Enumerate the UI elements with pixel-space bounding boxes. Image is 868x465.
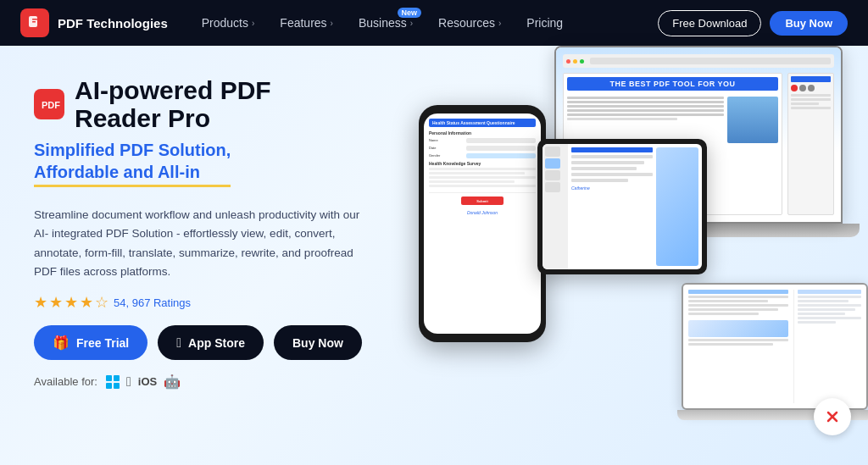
tablet-main: Catherine <box>568 144 702 269</box>
free-download-button[interactable]: Free Download <box>658 10 761 36</box>
phone-signature: Donald Johnson <box>429 210 536 215</box>
macos-icon:  <box>126 374 131 390</box>
brand-name: PDF Technologies <box>58 16 168 30</box>
star-1: ★ <box>34 293 47 312</box>
phone-pdf-header: Health Status Assessment Questionnaire <box>429 119 536 127</box>
buy-now-button[interactable]: Buy Now <box>770 11 848 36</box>
nav-business[interactable]: Business › New <box>348 11 423 35</box>
chevron-icon: › <box>498 19 501 28</box>
svg-text:PDF: PDF <box>42 100 60 110</box>
hero-subtitle: Simplified PDF Solution, Affordable and … <box>34 139 231 187</box>
apple-icon:  <box>176 335 181 351</box>
hero-ratings: ★ ★ ★ ★ ☆ 54, 967 Ratings <box>34 293 363 312</box>
star-3: ★ <box>64 293 78 312</box>
chevron-icon: › <box>252 19 254 28</box>
svg-rect-2 <box>32 21 36 23</box>
tablet-screen: Catherine <box>542 144 702 269</box>
pdf-header-text: THE BEST PDF TOOL FOR YOU <box>567 77 778 91</box>
phone-screen: Health Status Assessment Questionnaire P… <box>424 113 541 334</box>
ratings-count: 54, 967 Ratings <box>114 296 191 309</box>
nav-items: Products › Features › Business › New Res… <box>192 11 658 35</box>
nav-products[interactable]: Products › <box>192 11 265 35</box>
close-icon <box>821 406 843 428</box>
chevron-icon: › <box>331 19 333 28</box>
pdf-badge-icon: PDF <box>34 89 64 119</box>
tablet-frame: Catherine <box>537 139 707 274</box>
nav-pricing[interactable]: Pricing <box>516 11 573 35</box>
pdf-logo-icon <box>20 8 49 37</box>
new-badge: New <box>398 8 422 18</box>
second-doc-screen <box>682 283 868 410</box>
star-rating: ★ ★ ★ ★ ☆ <box>34 293 108 312</box>
star-2: ★ <box>49 293 63 312</box>
tablet-signature: Catherine <box>571 185 653 191</box>
nav-features[interactable]: Features › <box>270 11 343 35</box>
svg-rect-1 <box>32 19 37 20</box>
platform-icons:  iOS 🤖 <box>106 374 181 390</box>
hero-right: THE BEST PDF TOOL FOR YOU <box>390 46 868 465</box>
app-store-button[interactable]:  App Store <box>158 325 264 360</box>
hero-buttons: 🎁 Free Trial  App Store Buy Now <box>34 325 363 360</box>
star-half: ☆ <box>95 293 108 312</box>
free-trial-button[interactable]: 🎁 Free Trial <box>34 325 147 360</box>
hero-title: AI-powered PDF Reader Pro <box>75 76 363 132</box>
windows-icon <box>106 375 120 389</box>
device-tablet: Catherine <box>537 139 707 274</box>
screen-toolbar <box>563 54 834 68</box>
ios-icon: iOS <box>138 375 157 388</box>
close-button[interactable] <box>814 398 851 435</box>
device-phone: Health Status Assessment Questionnaire P… <box>419 105 546 342</box>
available-row: Available for:  iOS 🤖 <box>34 374 363 390</box>
android-icon: 🤖 <box>164 374 181 390</box>
hero-section: PDF AI-powered PDF Reader Pro Simplified… <box>0 46 868 465</box>
devices-container: THE BEST PDF TOOL FOR YOU <box>393 37 868 465</box>
nav-actions: Free Download Buy Now <box>658 10 848 36</box>
nav-resources[interactable]: Resources › <box>428 11 511 35</box>
star-4: ★ <box>80 293 93 312</box>
phone-frame: Health Status Assessment Questionnaire P… <box>419 105 546 342</box>
hero-title-row: PDF AI-powered PDF Reader Pro <box>34 76 363 132</box>
nav-logo[interactable]: PDF Technologies <box>20 8 168 37</box>
available-label: Available for: <box>34 375 97 388</box>
hero-left: PDF AI-powered PDF Reader Pro Simplified… <box>0 46 390 465</box>
chevron-icon: › <box>410 19 413 28</box>
buy-now-hero-button[interactable]: Buy Now <box>274 325 362 360</box>
tablet-sidebar <box>542 144 568 269</box>
hero-description: Streamline document workflow and unleash… <box>34 206 363 281</box>
tablet-image <box>656 147 698 266</box>
gift-icon: 🎁 <box>53 335 70 351</box>
